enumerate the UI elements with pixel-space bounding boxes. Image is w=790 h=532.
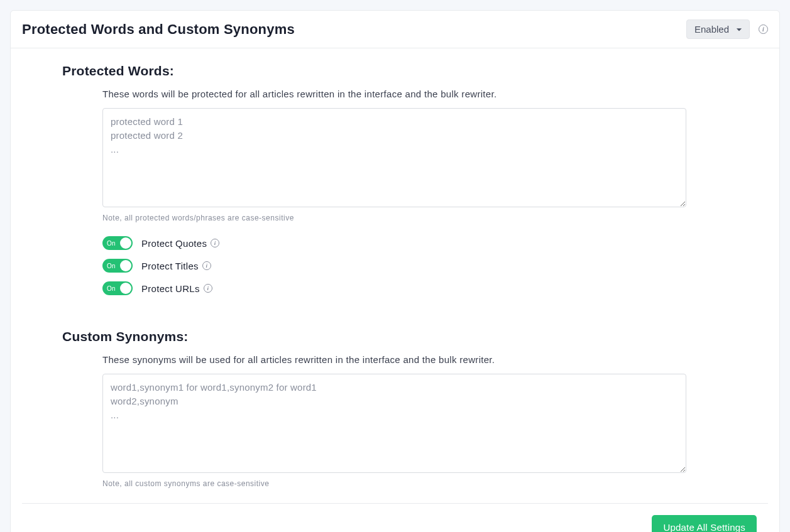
toggle-label-protect-quotes: Protect Quotes i	[141, 238, 219, 249]
toggle-knob	[120, 260, 131, 271]
page-title: Protected Words and Custom Synonyms	[22, 21, 295, 38]
protected-words-section: Protected Words: These words will be pro…	[22, 63, 768, 295]
protected-words-description: These words will be protected for all ar…	[62, 89, 686, 99]
toggle-row-protect-quotes: On Protect Quotes i	[102, 236, 686, 250]
toggle-text: Protect Titles	[141, 261, 199, 271]
toggle-on-label: On	[107, 285, 116, 292]
toggle-row-protect-titles: On Protect Titles i	[102, 259, 686, 273]
card-header: Protected Words and Custom Synonyms Enab…	[11, 11, 779, 48]
toggle-text: Protect Quotes	[141, 238, 207, 249]
custom-synonyms-input[interactable]	[102, 374, 686, 473]
toggle-row-protect-urls: On Protect URLs i	[102, 281, 686, 295]
toggle-label-protect-urls: Protect URLs i	[141, 283, 212, 294]
info-icon[interactable]: i	[202, 261, 211, 270]
divider	[22, 503, 768, 504]
custom-synonyms-description: These synonyms will be used for all arti…	[62, 354, 686, 365]
section-gap	[22, 295, 768, 329]
card-body: Protected Words: These words will be pro…	[11, 48, 779, 532]
toggle-knob	[120, 237, 131, 249]
protected-words-input[interactable]	[102, 108, 686, 207]
custom-synonyms-section: Custom Synonyms: These synonyms will be …	[22, 329, 768, 488]
status-select[interactable]: Enabled Disabled	[686, 19, 750, 39]
info-icon[interactable]: i	[759, 24, 768, 34]
header-controls: Enabled Disabled i	[686, 19, 768, 39]
custom-synonyms-textarea-wrap	[62, 374, 686, 475]
toggle-protect-urls[interactable]: On	[102, 281, 133, 295]
info-icon[interactable]: i	[204, 284, 212, 293]
toggle-text: Protect URLs	[141, 283, 200, 294]
toggle-protect-titles[interactable]: On	[102, 259, 133, 273]
custom-synonyms-note: Note, all custom synonyms are case-sensi…	[62, 479, 686, 488]
toggle-list: On Protect Quotes i On Protect Titles	[62, 236, 686, 295]
toggle-on-label: On	[107, 240, 116, 247]
toggle-protect-quotes[interactable]: On	[102, 236, 133, 250]
info-icon[interactable]: i	[211, 239, 219, 247]
settings-card: Protected Words and Custom Synonyms Enab…	[10, 10, 780, 532]
toggle-knob	[120, 283, 131, 294]
footer: Update All Settings	[22, 515, 768, 532]
toggle-on-label: On	[107, 263, 116, 269]
custom-synonyms-title: Custom Synonyms:	[62, 329, 686, 344]
protected-words-title: Protected Words:	[62, 63, 686, 79]
update-all-settings-button[interactable]: Update All Settings	[652, 515, 757, 532]
protected-words-textarea-wrap	[62, 108, 686, 210]
toggle-label-protect-titles: Protect Titles i	[141, 261, 211, 271]
protected-words-note: Note, all protected words/phrases are ca…	[62, 214, 686, 222]
